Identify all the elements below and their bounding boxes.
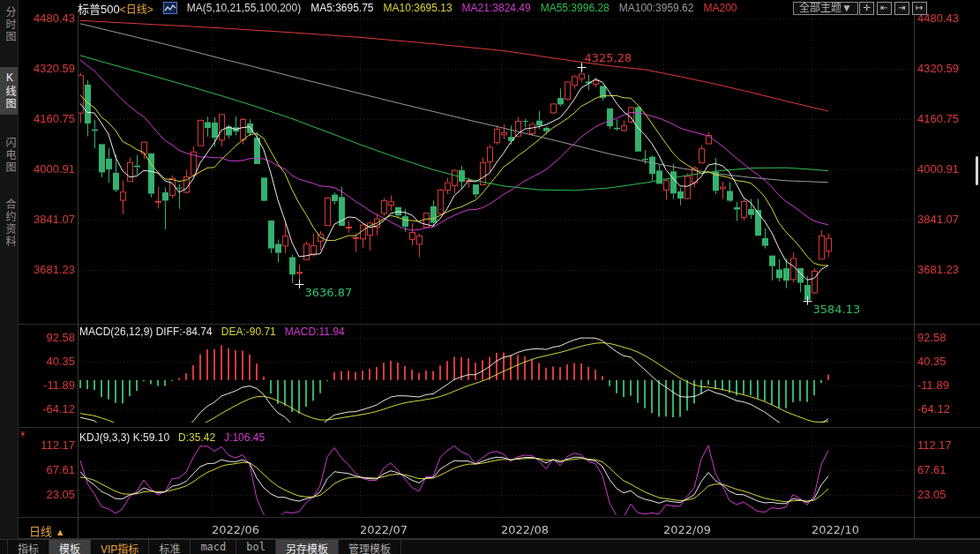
kdj-d-value: D:35.42 [178, 431, 215, 444]
macd-axis-label: 92.58 [917, 331, 979, 344]
tab-macd[interactable]: macd [191, 540, 236, 554]
period-label: <日线> [120, 4, 153, 16]
compress-axis-icon[interactable]: ⇤ [877, 2, 892, 15]
price-axis-label: 4000.91 [18, 162, 75, 176]
macd-diff-value: MACD(26,12,9) DIFF:-84.74 [79, 326, 213, 338]
ma55-value: MA55:3996.28 [541, 2, 610, 14]
sidebar-item-kline[interactable]: K线图 [0, 67, 18, 115]
ma200-value: MA200 [703, 2, 737, 14]
period-tag[interactable]: 日线 ▲ [29, 522, 65, 539]
price-axis-label: 3841.07 [917, 213, 979, 226]
macd-axis-label: -64.12 [18, 402, 75, 416]
period-tag-label: 日线 [29, 525, 52, 538]
page-right-icon[interactable]: ↦ [912, 2, 927, 15]
price-axis-label: 4160.75 [18, 112, 75, 125]
plot-right-border [914, 15, 915, 539]
ma100-value: MA100:3959.62 [619, 2, 694, 14]
ma10-value: MA10:3695.13 [384, 2, 453, 14]
price-axis-label: 4320.59 [917, 62, 979, 75]
tab-bol[interactable]: bol [236, 540, 276, 554]
price-axis-label: 3841.07 [18, 213, 75, 226]
symbol-name: 标普500 [78, 3, 120, 16]
kdj-axis-label: 112.17 [18, 438, 75, 452]
macd-macd-value: MACD:11.94 [285, 326, 345, 338]
macd-dea-value: DEA:-90.71 [221, 326, 276, 338]
kdj-axis-label: 112.17 [917, 438, 979, 452]
tab-save-template[interactable]: 另存模板 [276, 540, 339, 554]
price-axis-label: 3681.23 [18, 263, 75, 276]
tab-standard[interactable]: 标准 [149, 540, 191, 554]
kdj-axis-label: 23.05 [18, 488, 75, 501]
plot-left-border [78, 15, 79, 539]
macd-axis-label: -11.89 [18, 378, 75, 392]
sidebar-item-flash[interactable]: 闪电图 [0, 132, 18, 178]
ma-params: MA(5,10,21,55,100,200) [187, 2, 301, 14]
kline-app: 分时图 K线图 闪电图 合约资料 标普500<日线> MA(5,10,21,55… [0, 0, 980, 554]
panel-divider [18, 517, 980, 518]
sidebar-item-contract-info[interactable]: 合约资料 [0, 194, 18, 252]
kdj-k-value: KDJ(9,3,3) K:59.10 [79, 431, 169, 444]
kdj-axis-label: 67.61 [18, 463, 75, 476]
price-axis-label: 4480.43 [18, 11, 75, 25]
symbol-title: 标普500<日线> [78, 0, 153, 17]
kdj-axis-label: 23.05 [917, 488, 979, 501]
panel-divider [18, 427, 980, 428]
kdj-j-value: J:106.45 [224, 431, 265, 444]
tab-template[interactable]: 模板 [49, 540, 91, 554]
triangle-up-icon: ▲ [56, 527, 65, 537]
macd-axis-label: 40.35 [917, 355, 979, 368]
sidebar-item-timeshare[interactable]: 分时图 [0, 2, 18, 48]
tab-indicators[interactable]: 指标 [7, 540, 49, 554]
ma21-value: MA21:3824.49 [462, 2, 531, 14]
kdj-axis-label: 67.61 [917, 463, 979, 476]
price-axis-label: 3681.23 [917, 263, 979, 276]
price-axis-label: 4320.59 [18, 62, 75, 75]
line-chart-icon[interactable] [163, 2, 177, 14]
chart-mode-sidebar: 分时图 K线图 闪电图 合约资料 [0, 0, 19, 554]
panel-divider [18, 324, 980, 325]
kdj-header: KDJ(9,3,3) K:59.10 D:35.42 J:106.45 [79, 431, 265, 444]
price-axis-label: 4000.91 [917, 162, 979, 176]
chart-canvas[interactable] [0, 0, 980, 554]
macd-axis-label: -64.12 [917, 402, 979, 416]
tab-vip-indicators[interactable]: VIP指标 [91, 540, 149, 554]
macd-axis-label: 92.58 [18, 331, 75, 344]
indicator-settings-icon[interactable]: ☀ [19, 429, 27, 440]
macd-header: MACD(26,12,9) DIFF:-84.74 DEA:-90.71 MAC… [79, 326, 345, 338]
macd-axis-label: 40.35 [18, 355, 75, 368]
macd-axis-label: -11.89 [917, 378, 979, 392]
expand-axis-icon[interactable]: ⇥ [894, 2, 909, 15]
price-axis-label: 4160.75 [917, 112, 979, 125]
ma5-value: MA5:3695.75 [310, 2, 373, 14]
chart-toolbar: ✛ ⇤ ⇥ ↦ [859, 2, 927, 15]
chart-header: 标普500<日线> MA(5,10,21,55,100,200) MA5:369… [78, 1, 737, 15]
right-scrollbar-thumb[interactable] [976, 156, 978, 185]
theme-dropdown-button[interactable]: 全部主题▼ [793, 2, 858, 15]
bottom-tabbar: 指标 模板 VIP指标 标准 macd bol 另存模板 管理模板 [0, 539, 980, 554]
tab-manage-template[interactable]: 管理模板 [339, 540, 401, 554]
pan-icon[interactable]: ✛ [859, 2, 874, 15]
